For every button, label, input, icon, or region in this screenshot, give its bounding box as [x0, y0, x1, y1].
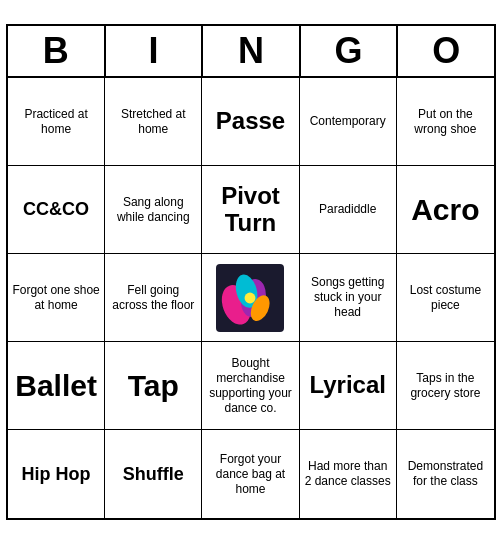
bingo-cell-0[interactable]: Practiced at home: [8, 78, 105, 166]
cell-text-4: Put on the wrong shoe: [401, 107, 490, 137]
bingo-cell-20[interactable]: Hip Hop: [8, 430, 105, 518]
cell-text-17: Bought merchandise supporting your dance…: [206, 356, 294, 416]
cell-text-3: Contemporary: [310, 114, 386, 129]
cell-text-11: Fell going across the floor: [109, 283, 197, 313]
bingo-cell-19[interactable]: Taps in the grocery store: [397, 342, 494, 430]
header-g: G: [301, 26, 399, 76]
cell-text-8: Paradiddle: [319, 202, 376, 217]
cell-text-0: Practiced at home: [12, 107, 100, 137]
cell-text-13: Songs getting stuck in your head: [304, 275, 392, 320]
bingo-header: B I N G O: [8, 26, 494, 78]
cell-text-6: Sang along while dancing: [109, 195, 197, 225]
bingo-cell-10[interactable]: Forgot one shoe at home: [8, 254, 105, 342]
cell-text-18: Lyrical: [309, 372, 386, 398]
bingo-cell-13[interactable]: Songs getting stuck in your head: [300, 254, 397, 342]
header-b: B: [8, 26, 106, 76]
bingo-cell-21[interactable]: Shuffle: [105, 430, 202, 518]
bingo-cell-4[interactable]: Put on the wrong shoe: [397, 78, 494, 166]
cell-text-21: Shuffle: [123, 463, 184, 486]
cell-text-20: Hip Hop: [22, 463, 91, 486]
cell-text-5: CC&CO: [23, 198, 89, 221]
bingo-cell-15[interactable]: Ballet: [8, 342, 105, 430]
bingo-cell-22[interactable]: Forgot your dance bag at home: [202, 430, 299, 518]
cell-text-24: Demonstrated for the class: [401, 459, 490, 489]
cell-text-22: Forgot your dance bag at home: [206, 452, 294, 497]
header-o: O: [398, 26, 494, 76]
bingo-cell-1[interactable]: Stretched at home: [105, 78, 202, 166]
bingo-cell-14[interactable]: Lost costume piece: [397, 254, 494, 342]
cell-text-15: Ballet: [15, 371, 97, 401]
bingo-cell-18[interactable]: Lyrical: [300, 342, 397, 430]
bingo-cell-23[interactable]: Had more than 2 dance classes: [300, 430, 397, 518]
bingo-cell-24[interactable]: Demonstrated for the class: [397, 430, 494, 518]
free-space: [216, 264, 284, 332]
cell-text-7: Pivot Turn: [206, 183, 294, 236]
bingo-cell-6[interactable]: Sang along while dancing: [105, 166, 202, 254]
header-n: N: [203, 26, 301, 76]
bingo-cell-12[interactable]: [202, 254, 299, 342]
cell-text-23: Had more than 2 dance classes: [304, 459, 392, 489]
cell-text-14: Lost costume piece: [401, 283, 490, 313]
bingo-cell-3[interactable]: Contemporary: [300, 78, 397, 166]
cell-text-1: Stretched at home: [109, 107, 197, 137]
cell-text-10: Forgot one shoe at home: [12, 283, 100, 313]
bingo-cell-7[interactable]: Pivot Turn: [202, 166, 299, 254]
cell-text-16: Tap: [128, 371, 179, 401]
cell-text-2: Passe: [216, 108, 285, 134]
bingo-cell-8[interactable]: Paradiddle: [300, 166, 397, 254]
bingo-cell-9[interactable]: Acro: [397, 166, 494, 254]
cell-text-9: Acro: [411, 195, 479, 225]
bingo-grid: Practiced at homeStretched at homePasseC…: [8, 78, 494, 518]
header-i: I: [106, 26, 204, 76]
bingo-cell-5[interactable]: CC&CO: [8, 166, 105, 254]
bingo-card: B I N G O Practiced at homeStretched at …: [6, 24, 496, 520]
bingo-cell-16[interactable]: Tap: [105, 342, 202, 430]
cell-text-19: Taps in the grocery store: [401, 371, 490, 401]
bingo-cell-2[interactable]: Passe: [202, 78, 299, 166]
bingo-cell-11[interactable]: Fell going across the floor: [105, 254, 202, 342]
svg-point-5: [245, 292, 256, 303]
bingo-cell-17[interactable]: Bought merchandise supporting your dance…: [202, 342, 299, 430]
